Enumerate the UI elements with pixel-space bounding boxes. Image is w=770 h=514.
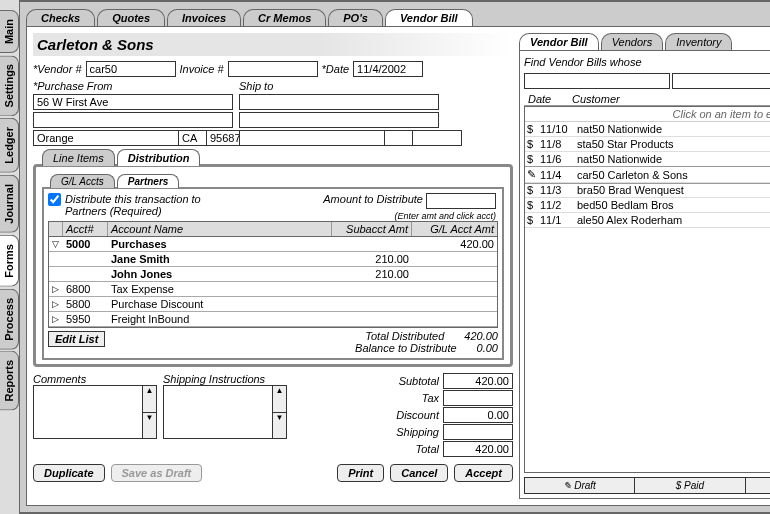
filter-input-2[interactable] (672, 73, 770, 89)
inner-tab-g-l-accts[interactable]: G/L Accts (50, 174, 115, 188)
expand-icon[interactable] (49, 267, 63, 281)
right-tab-vendor-bill[interactable]: Vendor Bill (519, 33, 599, 50)
list-hint: Click on an item to edit/view it (525, 107, 770, 122)
panel-tab-line-items[interactable]: Line Items (42, 149, 115, 166)
right-panel-body: Find Vendor Bills whose Clear Date Custo… (519, 50, 770, 499)
summary-totals: Subtotal420.00 Tax Discount0.00 Shipping… (396, 373, 513, 458)
cancel-button[interactable]: Cancel (390, 464, 448, 482)
top-tab-cr-memos[interactable]: Cr Memos (243, 9, 326, 26)
dist-acct: 5800 (63, 297, 108, 311)
dollar-icon: $ (527, 123, 537, 135)
dist-row[interactable]: ▷5950Freight InBound (49, 312, 497, 327)
shipto2-input[interactable] (239, 112, 439, 128)
dist-gl (412, 282, 497, 296)
expand-icon[interactable]: ▷ (49, 282, 63, 296)
dollar-icon: $ (527, 153, 537, 165)
filter-input-1[interactable] (524, 73, 670, 89)
bill-list-item[interactable]: $11/6nat50 Nationwide525.00 (525, 152, 770, 167)
col-gl-head: G/L Acct Amt (412, 222, 497, 236)
dist-name: Jane Smith (108, 252, 332, 266)
bill-list-item[interactable]: $11/8sta50 Star Products600.00 (525, 137, 770, 152)
dist-name: John Jones (108, 267, 332, 281)
side-tab-reports[interactable]: Reports (0, 351, 19, 411)
dist-acct (63, 252, 108, 266)
edit-list-button[interactable]: Edit List (48, 331, 105, 347)
expand-icon[interactable]: ▷ (49, 297, 63, 311)
date-input[interactable] (353, 61, 423, 77)
ship-city-input[interactable] (239, 130, 384, 146)
side-tab-settings[interactable]: Settings (0, 55, 19, 116)
ship-zip-input[interactable] (412, 130, 462, 146)
bill-list-item[interactable]: $11/2bed50 Bedlam Bros210.00 (525, 198, 770, 213)
distribute-checkbox[interactable] (48, 193, 61, 206)
print-button[interactable]: Print (337, 464, 384, 482)
expand-icon[interactable]: ▷ (49, 312, 63, 326)
dist-gl (412, 312, 497, 326)
dist-row[interactable]: John Jones210.00 (49, 267, 497, 282)
top-tab-po-s[interactable]: PO's (328, 9, 383, 26)
dist-acct (63, 267, 108, 281)
filter--draft[interactable]: ✎ Draft (524, 477, 634, 494)
col-name-head: Account Name (108, 222, 332, 236)
dist-sub: 210.00 (332, 267, 412, 281)
shipping-instructions-label: Shipping Instructions (163, 373, 287, 385)
side-tab-main[interactable]: Main (0, 10, 19, 53)
top-tab-invoices[interactable]: Invoices (167, 9, 241, 26)
top-tab-checks[interactable]: Checks (26, 9, 95, 26)
dist-gl: 420.00 (412, 237, 497, 251)
state-input[interactable] (178, 130, 206, 146)
item-date: 11/2 (540, 199, 574, 211)
top-tab-vendor-bill[interactable]: Vendor Bill (385, 9, 473, 26)
filter--paid[interactable]: $ Paid (634, 477, 744, 494)
comments-stepper[interactable]: ▲▼ (143, 385, 157, 439)
dist-row[interactable]: ▽5000Purchases420.00 (49, 237, 497, 252)
item-customer: bra50 Brad Wenquest (577, 184, 770, 196)
item-customer: nat50 Nationwide (577, 123, 770, 135)
side-tab-forms[interactable]: Forms (0, 235, 19, 287)
bill-list-item[interactable]: ✎11/4car50 Carleton & Sons420.00🗑 (525, 167, 770, 183)
top-tab-quotes[interactable]: Quotes (97, 9, 165, 26)
item-date: 11/1 (540, 214, 574, 226)
addr2-input[interactable] (33, 112, 233, 128)
invoice-num-input[interactable] (228, 61, 318, 77)
dist-row[interactable]: Jane Smith210.00 (49, 252, 497, 267)
dist-acct: 5000 (63, 237, 108, 251)
accept-button[interactable]: Accept (454, 464, 513, 482)
addr1-input[interactable] (33, 94, 233, 110)
main-area: ChecksQuotesInvoicesCr MemosPO'sVendor B… (19, 0, 770, 514)
amt-dist-input[interactable] (426, 193, 496, 209)
bill-list-item[interactable]: $11/3bra50 Brad Wenquest285.00 (525, 183, 770, 198)
bill-list-item[interactable]: $11/1ale50 Alex Roderham105.00 (525, 213, 770, 228)
item-date: 11/10 (540, 123, 574, 135)
inner-tab-partners[interactable]: Partners (117, 174, 180, 188)
expand-icon[interactable]: ▽ (49, 237, 63, 251)
expand-icon[interactable] (49, 252, 63, 266)
item-date: 11/3 (540, 184, 574, 196)
filter--unpaid[interactable]: $ Unpaid (745, 477, 771, 494)
shipto1-input[interactable] (239, 94, 439, 110)
dollar-icon: ✎ (527, 168, 537, 181)
comments-textarea[interactable] (33, 385, 143, 439)
dist-acct: 6800 (63, 282, 108, 296)
dist-row[interactable]: ▷6800Tax Expense (49, 282, 497, 297)
city-input[interactable] (33, 130, 178, 146)
right-tab-vendors[interactable]: Vendors (601, 33, 664, 50)
shipping-stepper[interactable]: ▲▼ (273, 385, 287, 439)
vendor-num-input[interactable] (86, 61, 176, 77)
right-tab-inventory[interactable]: Inventory (665, 33, 732, 50)
dist-row[interactable]: ▷5800Purchase Discount (49, 297, 497, 312)
side-tab-ledger[interactable]: Ledger (0, 118, 19, 173)
item-customer: sta50 Star Products (577, 138, 770, 150)
shipping-textarea[interactable] (163, 385, 273, 439)
bill-list[interactable]: Click on an item to edit/view it $11/10n… (524, 106, 770, 473)
side-tabs: MainSettingsLedgerJournalFormsProcessRep… (0, 0, 19, 514)
panel-tab-distribution[interactable]: Distribution (117, 149, 201, 166)
subtotal-label: Subtotal (399, 375, 439, 387)
item-customer: ale50 Alex Roderham (577, 214, 770, 226)
side-tab-process[interactable]: Process (0, 289, 19, 350)
distribution-table: Acct# Account Name Subacct Amt G/L Acct … (48, 221, 498, 328)
duplicate-button[interactable]: Duplicate (33, 464, 105, 482)
ship-state-input[interactable] (384, 130, 412, 146)
side-tab-journal[interactable]: Journal (0, 175, 19, 233)
bill-list-item[interactable]: $11/10nat50 Nationwide665.00 (525, 122, 770, 137)
